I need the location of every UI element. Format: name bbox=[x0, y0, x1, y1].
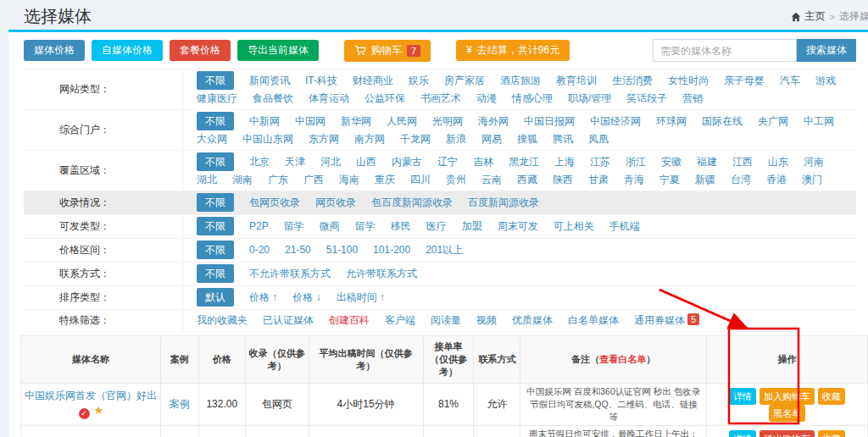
filter-option[interactable]: 青海 bbox=[624, 171, 644, 188]
filter-option[interactable]: 可上相关 bbox=[554, 218, 594, 235]
search-media-button[interactable]: 搜索媒体 bbox=[797, 39, 856, 62]
filter-option[interactable]: 移民 bbox=[391, 218, 411, 235]
filter-option[interactable]: 体育运动 bbox=[309, 90, 349, 107]
filter-option[interactable]: 台湾 bbox=[731, 171, 751, 188]
filter-option[interactable]: 江西 bbox=[732, 153, 753, 170]
filter-option[interactable]: 客户端 bbox=[385, 312, 415, 329]
filter-option[interactable]: P2P bbox=[249, 218, 269, 235]
filter-option[interactable]: 河北 bbox=[320, 153, 341, 170]
filter-option[interactable]: 视频 bbox=[476, 312, 497, 329]
breadcrumb-home[interactable]: 主页 bbox=[805, 9, 826, 24]
filter-option[interactable]: 教育培训 bbox=[556, 72, 597, 89]
detail-button[interactable]: 详情 bbox=[729, 430, 756, 437]
filter-option[interactable]: 南方网 bbox=[354, 130, 385, 147]
filter-option[interactable]: 优质媒体 bbox=[512, 312, 553, 329]
filter-option[interactable]: 公益环保 bbox=[364, 90, 405, 107]
filter-option[interactable]: 新疆 bbox=[695, 171, 715, 188]
filter-option[interactable]: 澳门 bbox=[802, 171, 822, 188]
filter-option[interactable]: 湖南 bbox=[232, 171, 253, 188]
filter-option[interactable]: 北京 bbox=[249, 153, 270, 170]
filter-option[interactable]: 21-50 bbox=[285, 241, 311, 258]
filter-option[interactable]: 河南 bbox=[804, 153, 824, 170]
filter-option[interactable]: 我的收藏夹 bbox=[197, 312, 248, 329]
filter-option[interactable]: 留学 bbox=[355, 218, 376, 235]
filter-option[interactable]: 甘肃 bbox=[588, 171, 609, 188]
filter-option[interactable]: 新浪 bbox=[446, 130, 466, 147]
filter-option[interactable]: 生活消费 bbox=[612, 72, 653, 89]
filter-option[interactable]: 价格 ↓ bbox=[292, 289, 320, 306]
filter-option[interactable]: 湖北 bbox=[197, 171, 217, 188]
filter-option[interactable]: 网易 bbox=[481, 130, 502, 147]
filter-option[interactable]: 娱乐 bbox=[409, 72, 429, 89]
filter-option[interactable]: 广西 bbox=[303, 171, 324, 188]
cart-button[interactable]: 购物车7 bbox=[344, 40, 431, 62]
filter-option[interactable]: 汽车 bbox=[780, 72, 800, 89]
filter-option[interactable]: 上海 bbox=[554, 153, 575, 170]
filter-option[interactable]: 包百度新闻源收录 bbox=[371, 194, 453, 211]
filter-option[interactable]: 101-200 bbox=[373, 241, 410, 258]
media-name-link[interactable]: 中国娱乐网首发（官网）好出 bbox=[25, 390, 157, 401]
filter-option[interactable]: 东方网 bbox=[309, 130, 339, 147]
filter-option[interactable]: 医疗 bbox=[426, 218, 447, 235]
filter-selected-portal[interactable]: 不限 bbox=[197, 112, 234, 130]
filter-option[interactable]: 山西 bbox=[356, 153, 376, 170]
filter-option[interactable]: 价格 ↑ bbox=[249, 289, 277, 306]
package-price-button[interactable]: 套餐价格 bbox=[170, 40, 231, 61]
filter-option[interactable]: 出稿时间 ↑ bbox=[337, 289, 385, 306]
case-link[interactable]: 案例 bbox=[170, 398, 190, 410]
filter-option[interactable]: 人民网 bbox=[387, 113, 417, 130]
filter-option[interactable]: 千龙网 bbox=[400, 130, 431, 147]
filter-option[interactable]: 贵州 bbox=[446, 171, 466, 188]
filter-option[interactable]: 海外网 bbox=[478, 113, 509, 130]
filter-option[interactable]: 中国日报网 bbox=[524, 113, 575, 130]
filter-option[interactable]: 天津 bbox=[285, 153, 305, 170]
filter-option[interactable]: 201以上 bbox=[426, 241, 463, 258]
filter-option[interactable]: 腾讯 bbox=[553, 130, 573, 147]
filter-option[interactable]: 辽宁 bbox=[437, 153, 458, 170]
filter-option[interactable]: 广东 bbox=[268, 171, 288, 188]
filter-option[interactable]: 大众网 bbox=[197, 130, 227, 147]
filter-option[interactable]: 中国山东网 bbox=[242, 130, 293, 147]
filter-selected-region[interactable]: 不限 bbox=[197, 152, 234, 171]
filter-option[interactable]: 微商 bbox=[320, 218, 340, 235]
filter-option[interactable]: 陕西 bbox=[553, 171, 573, 188]
filter-option[interactable]: 百度新闻源收录 bbox=[468, 194, 539, 211]
filter-option[interactable]: 海南 bbox=[339, 171, 359, 188]
filter-selected-contact-type[interactable]: 不限 bbox=[197, 264, 234, 283]
remove-from-cart-button[interactable]: 移出购物车 bbox=[760, 430, 815, 437]
filter-option[interactable]: 加盟 bbox=[462, 218, 482, 235]
filter-option[interactable]: 内蒙古 bbox=[392, 153, 422, 170]
filter-option[interactable]: 江苏 bbox=[590, 153, 610, 170]
filter-option[interactable]: 央广网 bbox=[758, 113, 788, 130]
filter-option[interactable]: 周末可发 bbox=[498, 218, 538, 235]
filter-option[interactable]: 宁夏 bbox=[659, 171, 680, 188]
filter-option[interactable]: 国际在线 bbox=[702, 113, 743, 130]
filter-selected-sort-type[interactable]: 默认 bbox=[197, 288, 234, 307]
filter-option[interactable]: 吉林 bbox=[473, 153, 493, 170]
filter-option[interactable]: 留学 bbox=[284, 218, 304, 235]
filter-option[interactable]: 情感心理 bbox=[512, 90, 553, 107]
filter-option[interactable]: 职场/管理 bbox=[568, 90, 611, 107]
filter-option[interactable]: 创建百科 bbox=[329, 312, 370, 329]
filter-option[interactable]: 网页收录 bbox=[315, 194, 356, 211]
search-input[interactable] bbox=[653, 39, 797, 62]
favorite-button[interactable]: 收藏 bbox=[818, 430, 845, 437]
filter-option[interactable]: 阅读量 bbox=[431, 312, 461, 329]
self-media-price-button[interactable]: 自媒体价格 bbox=[92, 40, 163, 61]
filter-option[interactable]: 手机端 bbox=[609, 218, 640, 235]
filter-option[interactable]: 亲子母婴 bbox=[724, 72, 765, 89]
filter-option[interactable]: 包网页收录 bbox=[249, 194, 300, 211]
filter-option[interactable]: 中新网 bbox=[249, 113, 280, 130]
filter-option[interactable]: 福建 bbox=[697, 153, 717, 170]
filter-option[interactable]: 房产家居 bbox=[444, 72, 485, 89]
filter-option[interactable]: 动漫 bbox=[476, 90, 497, 107]
filter-option[interactable]: 已认证媒体 bbox=[263, 312, 314, 329]
filter-option[interactable]: 香港 bbox=[766, 171, 787, 188]
filter-option[interactable]: 51-100 bbox=[326, 241, 358, 258]
filter-option[interactable]: 新闻资讯 bbox=[249, 72, 290, 89]
filter-option[interactable]: 浙江 bbox=[626, 153, 646, 170]
filter-option[interactable]: 营销 bbox=[682, 90, 703, 107]
filter-option[interactable]: 山东 bbox=[768, 153, 788, 170]
filter-option[interactable]: 白名单媒体 bbox=[568, 312, 619, 329]
filter-option[interactable]: 酒店旅游 bbox=[500, 72, 541, 89]
